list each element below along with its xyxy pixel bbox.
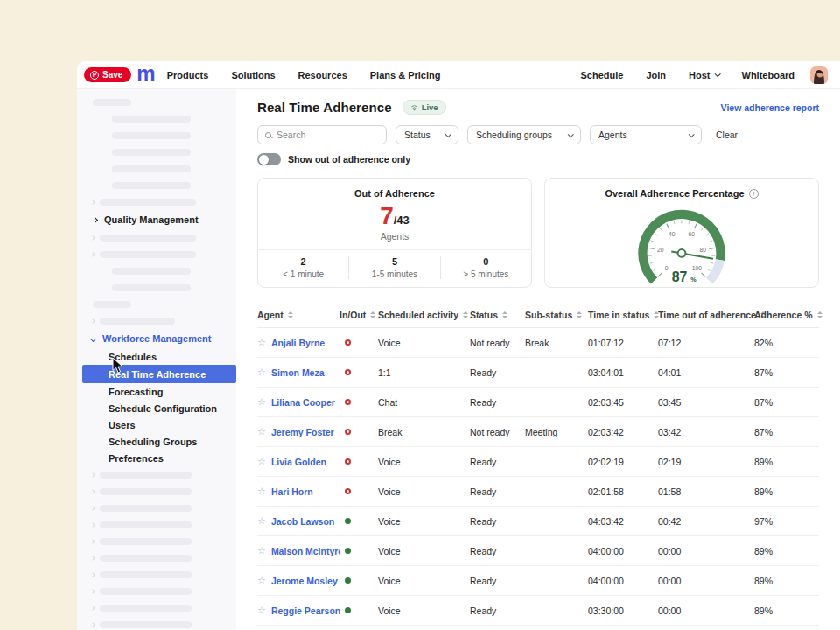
sidebar-item-schedule-configuration[interactable]: Schedule Configuration xyxy=(77,400,236,416)
nav-item-solutions[interactable]: Solutions xyxy=(231,70,275,80)
user-avatar[interactable] xyxy=(810,66,828,84)
adherence-cell: 89% xyxy=(754,576,819,586)
favorite-star-icon[interactable]: ☆ xyxy=(257,426,266,438)
agents-table: AgentIn/OutScheduled activityStatusSub-s… xyxy=(257,302,819,626)
agent-name-link[interactable]: Hari Horn xyxy=(271,486,313,497)
dropdown-scheduling-groups[interactable]: Scheduling groups xyxy=(467,125,581,144)
favorite-star-icon[interactable]: ☆ xyxy=(257,515,266,527)
column-header-in-out[interactable]: In/Out xyxy=(340,310,378,320)
agent-name-link[interactable]: Simon Meza xyxy=(271,368,325,378)
status-cell: Not ready xyxy=(470,338,525,348)
column-header-scheduled-activity[interactable]: Scheduled activity xyxy=(378,310,470,320)
favorite-star-icon[interactable]: ☆ xyxy=(257,456,266,467)
time-in-status-cell: 02:01:58 xyxy=(588,486,658,497)
table-row[interactable]: ☆Jacob LawsonVoiceReady04:03:4200:4297% xyxy=(257,507,819,536)
card-divider xyxy=(258,249,531,250)
sort-icon[interactable] xyxy=(502,312,508,318)
column-header-agent[interactable]: Agent xyxy=(257,310,340,320)
sidebar-item-label: Forecasting xyxy=(77,383,236,400)
skeleton-bar xyxy=(100,234,196,242)
skeleton-bar xyxy=(112,132,191,139)
miro-logo[interactable]: m xyxy=(136,63,154,84)
sidebar-skeleton-row xyxy=(77,160,236,177)
sort-icon[interactable] xyxy=(577,312,582,318)
adherence-cell: 97% xyxy=(754,516,819,527)
column-header-time-out-of-adherence[interactable]: Time out of adherence xyxy=(658,310,754,320)
pinterest-save-button[interactable]: P Save xyxy=(84,67,131,82)
nav-item-whiteboard[interactable]: Whiteboard xyxy=(742,70,795,80)
agent-name-link[interactable]: Livia Golden xyxy=(271,457,326,467)
agent-name-link[interactable]: Jerome Mosley xyxy=(271,576,338,586)
adherence-toggle-row: Show out of adherence only xyxy=(257,153,819,165)
info-icon[interactable]: i xyxy=(749,189,759,199)
show-out-of-adherence-toggle[interactable] xyxy=(257,153,281,165)
top-navigation-bar: P Save m ProductsSolutionsResourcesPlans… xyxy=(77,61,840,89)
nav-item-plans-pricing[interactable]: Plans & Pricing xyxy=(370,70,441,80)
agent-name-link[interactable]: Reggie Pearson xyxy=(271,606,340,616)
section-label: Quality Management xyxy=(104,214,199,225)
section-label: Workforce Management xyxy=(102,333,212,344)
time-in-status-cell: 02:03:45 xyxy=(588,397,658,408)
breakdown-value: 2 xyxy=(258,256,348,267)
sort-icon[interactable] xyxy=(370,312,375,318)
search-input[interactable] xyxy=(276,130,379,140)
agent-name-link[interactable]: Maison Mcintyre xyxy=(271,546,340,556)
sidebar-item-schedules[interactable]: Schedules xyxy=(77,348,236,365)
table-row[interactable]: ☆Reggie PearsonVoiceReady03:30:0000:0089… xyxy=(257,596,819,626)
sort-icon[interactable] xyxy=(817,312,822,318)
table-row[interactable]: ☆Anjali ByrneVoiceNot readyBreak01:07:12… xyxy=(257,328,819,358)
status-cell: Ready xyxy=(470,606,525,616)
dropdown-agents[interactable]: Agents xyxy=(590,125,702,144)
in-adherence-dot xyxy=(345,607,351,613)
agent-name-link[interactable]: Anjali Byrne xyxy=(271,338,325,348)
clear-filters-button[interactable]: Clear xyxy=(716,130,738,140)
agent-name-link[interactable]: Liliana Cooper xyxy=(271,397,335,408)
table-row[interactable]: ☆Livia GoldenVoiceReady02:02:1902:1989% xyxy=(257,447,819,477)
favorite-star-icon[interactable]: ☆ xyxy=(257,486,266,497)
column-header-sub-status[interactable]: Sub-status xyxy=(525,310,588,320)
table-row[interactable]: ☆Simon Meza1:1Ready03:04:0104:0187% xyxy=(257,358,819,388)
out-card-value: 7/43 xyxy=(258,204,531,228)
favorite-star-icon[interactable]: ☆ xyxy=(257,575,266,586)
nav-item-join[interactable]: Join xyxy=(646,70,666,80)
nav-item-host[interactable]: Host xyxy=(689,70,718,80)
status-cell: Ready xyxy=(470,576,525,586)
table-row[interactable]: ☆Liliana CooperChatReady02:03:4503:4587% xyxy=(257,388,819,417)
out-card-title: Out of Adherence xyxy=(354,188,435,199)
favorite-star-icon[interactable]: ☆ xyxy=(257,605,266,616)
column-header-time-in-status[interactable]: Time in status xyxy=(588,310,658,320)
sort-desc-icon xyxy=(502,316,508,318)
table-row[interactable]: ☆Jeremy FosterBreakNot readyMeeting02:03… xyxy=(257,417,819,447)
favorite-star-icon[interactable]: ☆ xyxy=(257,545,266,556)
sidebar-item-forecasting[interactable]: Forecasting xyxy=(77,383,236,400)
column-label: Scheduled activity xyxy=(378,310,458,320)
svg-text:40: 40 xyxy=(668,231,676,237)
column-header-adherence-%[interactable]: Adherence % xyxy=(754,310,822,320)
table-row[interactable]: ☆Jerome MosleyVoiceReady04:00:0000:0089% xyxy=(257,566,819,596)
out-of-adherence-dot xyxy=(345,458,351,465)
agent-name-link[interactable]: Jeremy Foster xyxy=(271,427,334,438)
favorite-star-icon[interactable]: ☆ xyxy=(257,396,266,408)
scheduled-activity-cell: Chat xyxy=(378,397,470,408)
table-row[interactable]: ☆Hari HornVoiceReady02:01:5801:5889% xyxy=(257,477,819,507)
favorite-star-icon[interactable]: ☆ xyxy=(257,367,266,378)
nav-item-schedule[interactable]: Schedule xyxy=(581,70,624,80)
skeleton-bar xyxy=(112,182,191,189)
view-adherence-report-link[interactable]: View adherence report xyxy=(721,102,819,113)
sidebar-item-real-time-adherence[interactable]: Real Time Adherence xyxy=(77,365,236,383)
agent-cell: ☆Liliana Cooper xyxy=(257,396,340,408)
nav-item-resources[interactable]: Resources xyxy=(298,70,347,80)
sidebar-section-workforce-management[interactable]: Workforce Management xyxy=(77,329,236,348)
dropdown-status[interactable]: Status xyxy=(396,125,458,144)
sidebar-item-preferences[interactable]: Preferences xyxy=(77,450,236,466)
table-row[interactable]: ☆Maison McintyreVoiceReady04:00:0000:008… xyxy=(257,536,819,566)
sidebar-item-scheduling-groups[interactable]: Scheduling Groups xyxy=(77,433,236,450)
agent-name-link[interactable]: Jacob Lawson xyxy=(271,516,334,527)
sort-icon[interactable] xyxy=(288,312,293,318)
favorite-star-icon[interactable]: ☆ xyxy=(257,337,266,348)
sidebar-item-users[interactable]: Users xyxy=(77,416,236,433)
column-header-status[interactable]: Status xyxy=(470,310,525,320)
sort-icon[interactable] xyxy=(463,312,468,318)
nav-item-products[interactable]: Products xyxy=(167,70,209,80)
sidebar-section-quality-management[interactable]: Quality Management xyxy=(77,210,236,229)
